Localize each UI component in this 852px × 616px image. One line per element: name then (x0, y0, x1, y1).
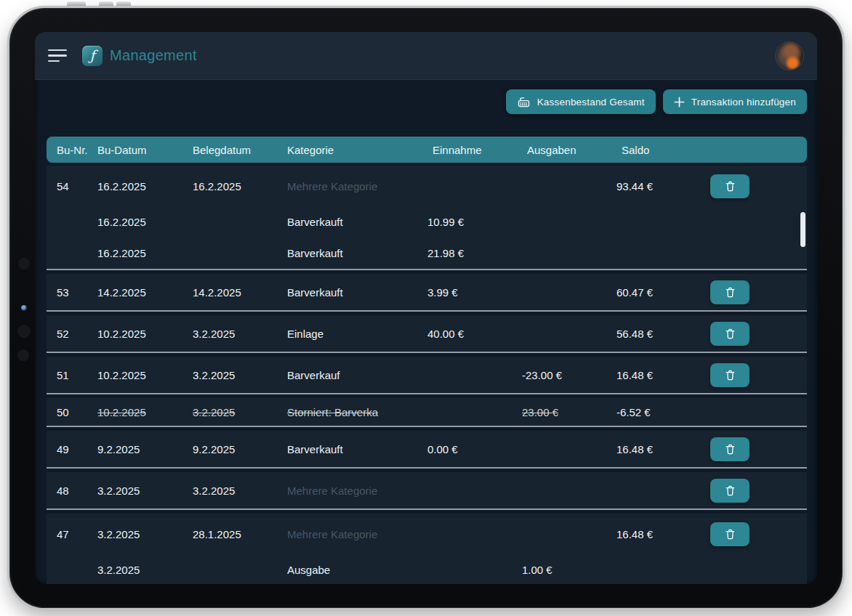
table-row[interactable]: 52 10.2.2025 3.2.2025 Einlage 40.00 € 56… (47, 315, 807, 353)
cell-kategorie: Einlage (287, 328, 427, 340)
cell-bu-datum: 10.2.2025 (97, 328, 193, 340)
table-row[interactable]: 51 10.2.2025 3.2.2025 Barverkauf -23.00 … (47, 357, 807, 394)
cell-bu-datum: 10.2.2025 (97, 406, 193, 418)
cell-belegdatum: 28.1.2025 (193, 528, 287, 540)
delete-button[interactable] (710, 479, 749, 503)
cell-bu-datum: 3.2.2025 (97, 564, 193, 576)
cell-belegdatum: 3.2.2025 (193, 328, 287, 340)
cell-bu-datum: 3.2.2025 (97, 528, 193, 540)
cell-belegdatum: 9.2.2025 (193, 443, 287, 455)
cell-saldo: 93.44 € (616, 180, 710, 192)
app-bar: ƒ Management (35, 32, 817, 80)
column-header-einnahme: Einnahme (427, 144, 522, 156)
table-subrow: 16.2.2025 Barverkauft 21.98 € (47, 238, 807, 269)
delete-button[interactable] (710, 437, 749, 461)
table-row[interactable]: 53 14.2.2025 14.2.2025 Barverkauft 3.99 … (47, 274, 807, 312)
cell-kategorie: Barverkauft (287, 443, 427, 455)
cell-kategorie: Mehrere Kategorie (287, 528, 427, 540)
cell-einnahme: 3.99 € (427, 286, 522, 299)
trash-icon (724, 285, 736, 299)
table-row-cancelled[interactable]: 50 10.2.2025 3.2.2025 Storniert: Barverk… (47, 398, 807, 427)
add-transaction-button-label: Transaktion hinzufügen (691, 97, 796, 108)
cell-einnahme: 0.00 € (427, 443, 522, 455)
cell-bu-nr: 52 (57, 328, 97, 340)
delete-button[interactable] (710, 280, 749, 304)
delete-button[interactable] (710, 322, 749, 346)
cell-saldo: 16.48 € (616, 528, 710, 540)
app-title: Management (110, 47, 197, 64)
cash-balance-button[interactable]: Kassenbestand Gesamt (506, 89, 656, 114)
trash-icon (724, 527, 736, 541)
cell-bu-nr: 54 (57, 180, 97, 192)
cell-saldo: 16.48 € (616, 443, 710, 455)
table-subrow: 3.2.2025 Ausgabe 1.00 € (47, 554, 807, 584)
cash-balance-button-label: Kassenbestand Gesamt (537, 97, 645, 108)
cash-register-icon (517, 96, 531, 108)
table-row[interactable]: 54 16.2.2025 16.2.2025 Mehrere Kategorie… (47, 166, 807, 270)
add-transaction-button[interactable]: Transaktion hinzufügen (663, 89, 807, 114)
cell-ausgaben: 23.00 € (522, 406, 616, 418)
delete-button[interactable] (710, 174, 749, 198)
cell-saldo: 56.48 € (616, 328, 710, 340)
cell-belegdatum: 3.2.2025 (193, 406, 287, 418)
delete-button[interactable] (710, 363, 749, 387)
cell-saldo: -6.52 € (616, 406, 710, 418)
cell-bu-nr: 49 (57, 443, 97, 455)
user-avatar[interactable] (775, 41, 804, 70)
app-logo-glyph: ƒ (89, 49, 95, 62)
app-logo-icon: ƒ (82, 46, 103, 66)
cell-bu-nr: 48 (57, 485, 97, 497)
cell-bu-datum: 14.2.2025 (97, 286, 193, 299)
cell-bu-datum: 16.2.2025 (97, 216, 193, 228)
cell-saldo: 16.48 € (616, 369, 710, 381)
cell-belegdatum: 3.2.2025 (193, 485, 287, 497)
cell-bu-nr: 53 (57, 286, 97, 299)
cell-kategorie: Barverkauft (287, 247, 427, 259)
cell-bu-datum: 16.2.2025 (97, 180, 193, 192)
transactions-table: Bu-Nr. Bu-Datum Belegdatum Kategorie Ein… (47, 137, 807, 584)
cell-belegdatum: 14.2.2025 (193, 286, 287, 299)
ambient-sensor-icon (17, 349, 29, 361)
delete-button[interactable] (710, 522, 749, 546)
trash-icon (724, 368, 736, 382)
cell-belegdatum: 3.2.2025 (193, 369, 287, 381)
cell-kategorie: Mehrere Kategorie (287, 485, 427, 497)
cell-belegdatum: 16.2.2025 (193, 180, 287, 192)
column-header-bu-nr: Bu-Nr. (57, 144, 97, 156)
scrollbar-thumb[interactable] (800, 212, 805, 247)
tablet-frame: ƒ Management Kassenbestand Gesamt (7, 6, 845, 610)
cell-bu-datum: 3.2.2025 (97, 485, 193, 497)
cell-bu-datum: 9.2.2025 (97, 443, 193, 455)
cell-saldo: 60.47 € (616, 286, 710, 299)
column-header-belegdatum: Belegdatum (193, 144, 287, 156)
cell-einnahme: 10.99 € (427, 216, 522, 228)
column-header-kategorie: Kategorie (287, 144, 427, 156)
table-row[interactable]: 48 3.2.2025 3.2.2025 Mehrere Kategorie (47, 472, 807, 510)
plus-icon (674, 97, 685, 108)
column-header-bu-datum: Bu-Datum (97, 144, 193, 156)
app-screen: ƒ Management Kassenbestand Gesamt (35, 32, 817, 584)
trash-icon (724, 484, 736, 498)
cell-bu-datum: 10.2.2025 (97, 369, 193, 381)
cell-bu-nr: 50 (57, 406, 97, 418)
cell-kategorie: Barverkauft (287, 216, 427, 228)
face-sensor-icon (18, 258, 30, 270)
trash-icon (724, 327, 736, 341)
table-row[interactable]: 47 3.2.2025 28.1.2025 Mehrere Kategorie … (47, 514, 807, 584)
trash-icon (724, 442, 736, 456)
trash-icon (724, 179, 736, 193)
front-camera-icon (21, 305, 27, 311)
cell-bu-nr: 47 (57, 528, 97, 540)
cell-einnahme: 21.98 € (427, 247, 522, 259)
camera-sensor-icon (17, 325, 31, 338)
hamburger-menu-icon[interactable] (48, 49, 67, 62)
cell-ausgaben: 1.00 € (522, 564, 616, 576)
table-header: Bu-Nr. Bu-Datum Belegdatum Kategorie Ein… (47, 137, 807, 163)
table-row[interactable]: 49 9.2.2025 9.2.2025 Barverkauft 0.00 € … (47, 431, 807, 469)
cell-einnahme: 40.00 € (427, 328, 522, 340)
cell-ausgaben: -23.00 € (522, 369, 616, 381)
column-header-saldo: Saldo (616, 144, 710, 156)
cell-kategorie: Barverkauf (287, 369, 427, 381)
cell-bu-nr: 51 (57, 369, 97, 381)
toolbar: Kassenbestand Gesamt Transaktion hinzufü… (506, 89, 807, 114)
